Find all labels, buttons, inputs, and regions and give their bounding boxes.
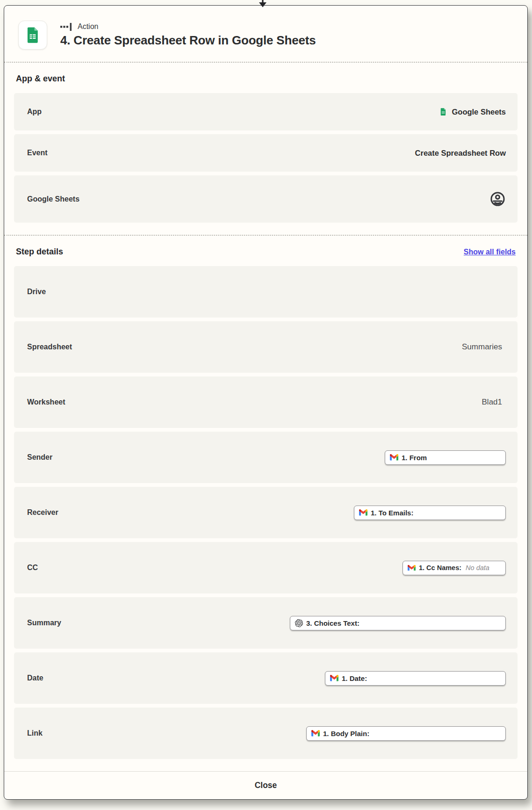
action-step-panel: Action 4. Create Spreadsheet Row in Goog… <box>4 5 528 800</box>
app-row[interactable]: App Google Sheets <box>14 93 518 130</box>
field-row-receiver[interactable]: Receiver 1. To Emails: <box>14 487 518 538</box>
mapped-field-pill[interactable]: 1. Body Plain: <box>306 726 506 741</box>
down-arrow-icon <box>258 0 268 8</box>
gmail-icon <box>408 565 416 571</box>
show-all-fields-link[interactable]: Show all fields <box>464 248 516 256</box>
field-value: Summaries <box>462 342 502 352</box>
openai-icon <box>295 619 303 627</box>
pill-text: 1. From <box>402 454 427 462</box>
field-row-worksheet[interactable]: Worksheet Blad1 <box>14 376 518 428</box>
pill-no-data: No data <box>466 564 489 571</box>
field-row-spreadsheet[interactable]: Spreadsheet Summaries <box>14 321 518 373</box>
field-row-link[interactable]: Link 1. Body Plain: <box>14 708 518 759</box>
field-label: Receiver <box>27 508 58 517</box>
step-header: Action 4. Create Spreadsheet Row in Goog… <box>4 6 527 62</box>
step-details-section: Step details Show all fields Drive Sprea… <box>4 235 527 771</box>
event-row-value: Create Spreadsheet Row <box>415 149 506 158</box>
gmail-icon <box>311 730 320 737</box>
step-kind-label: Action <box>78 22 98 31</box>
mapped-field-pill[interactable]: 1. From <box>385 450 506 465</box>
mapped-field-pill[interactable]: 1. To Emails: <box>354 506 506 520</box>
field-label: CC <box>27 564 38 572</box>
mapped-field-pill[interactable]: 1. Date: <box>325 671 506 686</box>
field-row-sender[interactable]: Sender 1. From <box>14 432 518 483</box>
field-row-date[interactable]: Date 1. Date: <box>14 652 518 704</box>
action-step-icon <box>60 23 73 31</box>
account-row-label: Google Sheets <box>27 195 79 203</box>
app-row-label: App <box>27 108 42 116</box>
field-label: Summary <box>27 619 61 627</box>
google-sheets-icon <box>18 21 47 50</box>
field-row-cc[interactable]: CC 1. Cc Names: No data <box>14 542 518 593</box>
gmail-icon <box>359 509 367 516</box>
field-row-summary[interactable]: Summary 3. Choices Text: <box>14 597 518 649</box>
app-event-heading: App & event <box>16 74 65 84</box>
app-event-section: App & event App Google Sheets Event Crea… <box>4 62 527 235</box>
field-row-drive[interactable]: Drive <box>14 266 518 318</box>
app-row-value: Google Sheets <box>452 108 506 116</box>
pill-text: 1. To Emails: <box>371 509 413 517</box>
mapped-field-pill[interactable]: 3. Choices Text: <box>290 616 506 630</box>
mapped-field-pill[interactable]: 1. Cc Names: No data <box>403 561 506 575</box>
account-avatar-icon <box>489 191 506 207</box>
field-label: Spreadsheet <box>27 343 72 351</box>
close-button[interactable]: Close <box>4 771 527 799</box>
gmail-icon <box>330 675 338 681</box>
field-label: Link <box>27 729 43 738</box>
step-details-heading: Step details <box>16 247 63 257</box>
page-title: 4. Create Spreadsheet Row in Google Shee… <box>60 33 316 48</box>
field-value: Blad1 <box>482 398 502 407</box>
event-row[interactable]: Event Create Spreadsheet Row <box>14 134 518 172</box>
pill-text: 1. Date: <box>342 674 367 682</box>
gmail-icon <box>390 454 398 461</box>
field-label: Worksheet <box>27 398 65 406</box>
pill-text: 3. Choices Text: <box>306 619 359 627</box>
pill-text: 1. Cc Names: <box>419 564 461 571</box>
account-row[interactable]: Google Sheets <box>14 175 518 223</box>
event-row-label: Event <box>27 149 48 157</box>
pill-text: 1. Body Plain: <box>323 730 369 738</box>
google-sheets-icon <box>439 108 447 116</box>
field-label: Drive <box>27 288 46 296</box>
field-label: Sender <box>27 453 52 462</box>
field-label: Date <box>27 674 43 682</box>
